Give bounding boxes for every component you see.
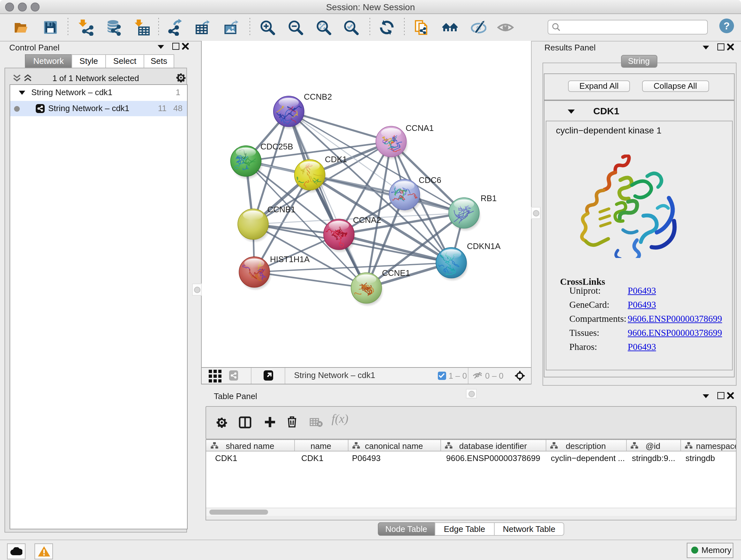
- svg-text:CCNA1: CCNA1: [406, 123, 434, 133]
- svg-text:RB1: RB1: [481, 193, 497, 203]
- svg-text:CDC25B: CDC25B: [260, 142, 293, 151]
- svg-text:CDK1: CDK1: [325, 154, 347, 164]
- svg-text:CDKN1A: CDKN1A: [467, 241, 501, 251]
- svg-text:HIST1H1A: HIST1H1A: [270, 254, 310, 264]
- svg-text:CCNB1: CCNB1: [267, 205, 295, 214]
- svg-text:CDC6: CDC6: [419, 175, 441, 185]
- svg-text:CCNB2: CCNB2: [304, 92, 332, 102]
- svg-text:CCNA2: CCNA2: [353, 215, 381, 225]
- svg-text:CCNE1: CCNE1: [382, 268, 410, 278]
